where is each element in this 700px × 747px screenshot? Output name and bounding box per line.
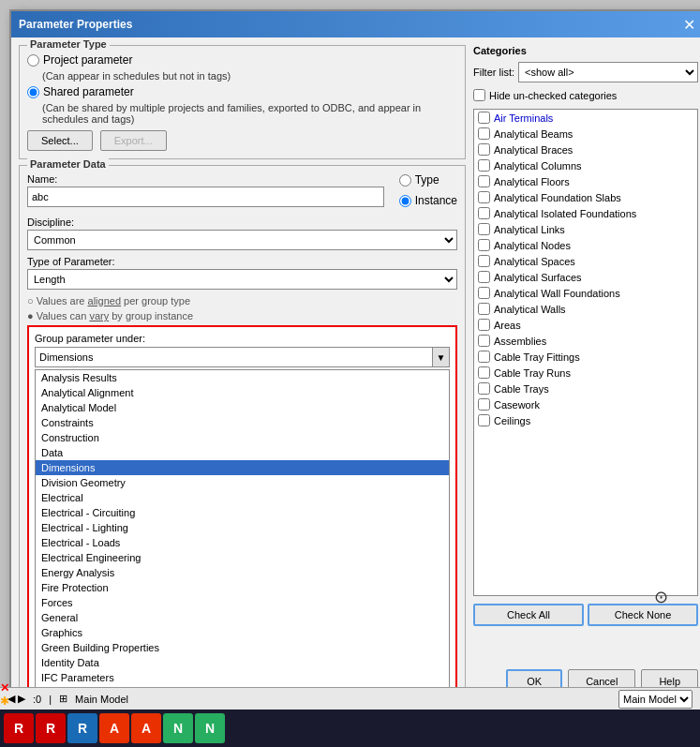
name-input[interactable] [27,187,384,207]
category-checkbox[interactable] [478,414,490,426]
hide-unchecked-checkbox[interactable] [473,89,485,101]
dropdown-item[interactable]: Dimensions [36,460,449,475]
taskbar-btn-3[interactable]: R [67,713,97,743]
taskbar-btn-2[interactable]: R [36,713,66,743]
category-checkbox[interactable] [478,112,490,124]
category-item[interactable]: Cable Trays [474,381,697,396]
category-item[interactable]: Air Terminals [474,110,697,126]
dropdown-item[interactable]: Division Geometry [36,475,449,490]
discipline-select[interactable]: Common [27,230,457,250]
taskbar-btn-1[interactable]: R [4,713,34,743]
dropdown-item[interactable]: Energy Analysis [36,565,449,580]
category-item[interactable]: Analytical Foundation Slabs [474,189,697,205]
category-item[interactable]: Analytical Nodes [474,237,697,253]
dropdown-item[interactable]: Graphics [36,625,449,640]
dropdown-item[interactable]: Forces [36,595,449,610]
dropdown-item[interactable]: Electrical - Lighting [36,520,449,535]
category-checkbox[interactable] [478,223,490,235]
category-checkbox[interactable] [478,239,490,251]
shared-parameter-radio[interactable] [27,86,39,98]
group-dropdown-list[interactable]: Analysis ResultsAnalytical AlignmentAnal… [35,369,450,725]
status-model-icon: ⊞ [59,693,67,705]
export-button[interactable]: Export... [100,130,167,151]
left-panel: Parameter Type Project parameter (Can ap… [19,45,466,694]
type-of-param-select[interactable]: Length [27,269,457,290]
category-item[interactable]: Analytical Beams [474,126,697,142]
dropdown-item[interactable]: Analytical Alignment [36,385,449,400]
group-select-display[interactable]: Dimensions [35,347,433,367]
dropdown-item[interactable]: Green Building Properties [36,640,449,655]
category-label: Cable Trays [494,383,549,395]
category-label: Cable Tray Runs [494,367,571,379]
taskbar-btn-5[interactable]: A [131,713,161,743]
check-all-button[interactable]: Check All [473,604,584,626]
category-item[interactable]: Analytical Links [474,221,697,237]
taskbar-btn-7[interactable]: N [195,713,225,743]
dropdown-item[interactable]: Data [36,445,449,460]
category-checkbox[interactable] [478,255,490,267]
dropdown-item[interactable]: Fire Protection [36,580,449,595]
category-item[interactable]: Analytical Isolated Foundations [474,205,697,221]
category-item[interactable]: Cable Tray Runs [474,365,697,381]
category-item[interactable]: Analytical Floors [474,173,697,189]
category-item[interactable]: Analytical Surfaces [474,269,697,285]
category-checkbox[interactable] [478,287,490,299]
status-model-select[interactable]: Main Model [618,690,693,709]
category-checkbox[interactable] [478,159,490,172]
category-item[interactable]: Ceilings [474,412,697,428]
dropdown-item[interactable]: Construction [36,430,449,445]
category-label: Analytical Wall Foundations [494,288,620,299]
shared-parameter-row: Shared parameter [27,85,457,98]
filter-row: Filter list: <show all> [473,62,698,82]
status-coord: :0 [33,694,41,705]
dropdown-item[interactable]: Electrical Engineering [36,550,449,565]
category-checkbox[interactable] [478,191,490,203]
category-item[interactable]: Casework [474,396,697,412]
dropdown-item[interactable]: General [36,610,449,625]
taskbar-btn-4[interactable]: A [99,713,129,743]
project-parameter-radio[interactable] [27,54,39,67]
category-item[interactable]: Cable Tray Fittings [474,349,697,365]
dropdown-item[interactable]: Constraints [36,415,449,430]
category-checkbox[interactable] [478,143,490,156]
category-item[interactable]: Analytical Columns [474,157,697,173]
category-item[interactable]: Analytical Spaces [474,253,697,269]
dropdown-item[interactable]: Identity Data [36,655,449,670]
category-label: Air Terminals [494,112,553,124]
category-item[interactable]: Analytical Braces [474,142,697,157]
category-item[interactable]: Assemblies [474,333,697,349]
close-button[interactable]: ✕ [679,15,698,34]
category-checkbox[interactable] [478,382,490,395]
select-button[interactable]: Select... [27,130,93,151]
category-item[interactable]: Analytical Wall Foundations [474,285,697,301]
category-checkbox[interactable] [478,207,490,219]
dropdown-item[interactable]: Analytical Model [36,400,449,415]
category-checkbox[interactable] [478,271,490,283]
dropdown-item[interactable]: Electrical - Circuiting [36,505,449,520]
category-checkbox[interactable] [478,175,490,187]
group-dropdown-arrow[interactable]: ▼ [433,347,450,367]
dropdown-item[interactable]: Analysis Results [36,370,449,385]
category-checkbox[interactable] [478,319,490,331]
dropdown-item[interactable]: IFC Parameters [36,670,449,685]
type-radio[interactable] [399,174,411,187]
instance-radio[interactable] [399,195,411,207]
category-label: Analytical Nodes [494,240,571,251]
category-item[interactable]: Analytical Walls [474,301,697,317]
group-parameter-label: Group parameter under: [35,333,450,344]
category-item[interactable]: Areas [474,317,697,333]
dropdown-item[interactable]: Electrical - Loads [36,535,449,550]
status-bar: ◀ ▶ :0 | ⊞ Main Model Main Model [0,687,700,710]
taskbar-btn-6[interactable]: N [163,713,193,743]
filter-select[interactable]: <show all> [518,62,698,82]
category-checkbox[interactable] [478,366,490,379]
category-checkbox[interactable] [478,335,490,347]
type-of-param-col: Type of Parameter: Length [27,256,457,290]
category-checkbox[interactable] [478,351,490,363]
category-checkbox[interactable] [478,303,490,315]
check-none-button[interactable]: Check None [588,604,698,626]
category-checkbox[interactable] [478,398,490,411]
dropdown-item[interactable]: Electrical [36,490,449,505]
category-checkbox[interactable] [478,127,490,140]
category-label: Assemblies [494,336,546,347]
